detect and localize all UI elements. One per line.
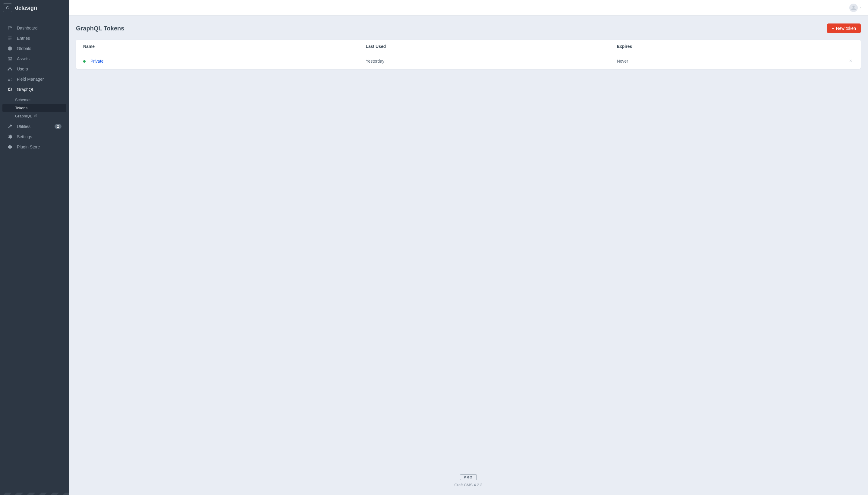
nav-label: Utilities xyxy=(17,124,30,129)
site-logo-letter: C xyxy=(6,5,9,10)
close-icon xyxy=(849,59,852,63)
nav-entries[interactable]: Entries xyxy=(0,33,69,44)
new-token-button[interactable]: + New token xyxy=(827,23,861,33)
nav-label: Field Manager xyxy=(17,77,44,82)
dashboard-icon xyxy=(7,25,13,31)
plug-icon xyxy=(7,144,13,150)
chevron-down-icon xyxy=(859,5,862,10)
subnav-label: GraphiQL xyxy=(15,114,32,118)
nav-dashboard[interactable]: Dashboard xyxy=(0,23,69,33)
nav-label: Users xyxy=(17,67,28,71)
graphql-icon xyxy=(7,87,13,92)
gear-icon xyxy=(7,134,13,139)
page-title: GraphQL Tokens xyxy=(76,25,124,32)
main-area: GraphQL Tokens + New token Name Last Use… xyxy=(69,0,868,495)
cell-last-used: Yesterday xyxy=(358,53,609,69)
globe-icon xyxy=(7,46,13,51)
nav-plugin-store[interactable]: Plugin Store xyxy=(0,142,69,152)
user-menu[interactable] xyxy=(849,4,862,12)
nav-graphql[interactable]: GraphQL xyxy=(0,84,69,95)
subnav-label: Tokens xyxy=(15,106,28,110)
nav-label: Plugin Store xyxy=(17,144,40,149)
table-row: Private Yesterday Never xyxy=(76,53,861,69)
sidebar: C delasign Dashboard Entries Gl xyxy=(0,0,69,495)
image-icon xyxy=(7,56,13,62)
token-link[interactable]: Private xyxy=(91,59,104,64)
users-icon xyxy=(7,66,13,72)
delete-token-button[interactable] xyxy=(848,57,853,65)
nav-users[interactable]: Users xyxy=(0,64,69,74)
th-expires[interactable]: Expires xyxy=(610,40,814,53)
subnav-tokens[interactable]: Tokens xyxy=(2,104,66,112)
tokens-panel: Name Last Used Expires Private Y xyxy=(76,40,861,69)
nav-label: Globals xyxy=(17,46,31,51)
topbar xyxy=(69,0,868,16)
th-name[interactable]: Name xyxy=(76,40,358,53)
nav-label: GraphQL xyxy=(17,87,34,92)
nav-label: Dashboard xyxy=(17,25,38,30)
graphql-subnav: Schemas Tokens GraphiQL xyxy=(0,95,69,121)
subnav-schemas[interactable]: Schemas xyxy=(2,96,66,104)
tokens-table: Name Last Used Expires Private Y xyxy=(76,40,861,69)
nav-utilities[interactable]: Utilities 2 xyxy=(0,121,69,132)
site-logo: C xyxy=(3,3,12,12)
plus-icon: + xyxy=(832,26,834,31)
avatar xyxy=(849,4,858,12)
content: GraphQL Tokens + New token Name Last Use… xyxy=(69,16,868,495)
nav-assets[interactable]: Assets xyxy=(0,54,69,64)
sidebar-nav: Dashboard Entries Globals Assets xyxy=(0,16,69,495)
th-actions xyxy=(814,40,861,53)
nav-label: Assets xyxy=(17,56,30,61)
nav-globals[interactable]: Globals xyxy=(0,44,69,54)
sidebar-footer-stripes xyxy=(0,493,69,495)
external-link-icon xyxy=(34,114,37,118)
content-header: GraphQL Tokens + New token xyxy=(76,23,861,33)
field-manager-icon xyxy=(7,76,13,82)
new-token-label: New token xyxy=(836,26,856,31)
pro-badge[interactable]: PRO xyxy=(460,474,477,480)
nav-label: Settings xyxy=(17,134,32,139)
th-last-used[interactable]: Last Used xyxy=(358,40,609,53)
sidebar-header[interactable]: C delasign xyxy=(0,0,69,16)
nav-field-manager[interactable]: Field Manager xyxy=(0,74,69,84)
wrench-icon xyxy=(7,124,13,129)
site-name: delasign xyxy=(15,5,37,11)
nav-settings[interactable]: Settings xyxy=(0,132,69,142)
subnav-graphiql[interactable]: GraphiQL xyxy=(2,112,66,120)
status-dot-icon xyxy=(83,60,86,63)
footer: PRO Craft CMS 4.2.3 xyxy=(76,462,861,487)
table-header-row: Name Last Used Expires xyxy=(76,40,861,53)
entries-icon xyxy=(7,36,13,41)
subnav-label: Schemas xyxy=(15,98,31,102)
utilities-badge: 2 xyxy=(54,124,62,129)
cell-expires: Never xyxy=(610,53,814,69)
cell-name: Private xyxy=(76,53,358,69)
footer-version: Craft CMS 4.2.3 xyxy=(76,483,861,487)
nav-label: Entries xyxy=(17,36,30,41)
cell-actions xyxy=(814,53,861,69)
